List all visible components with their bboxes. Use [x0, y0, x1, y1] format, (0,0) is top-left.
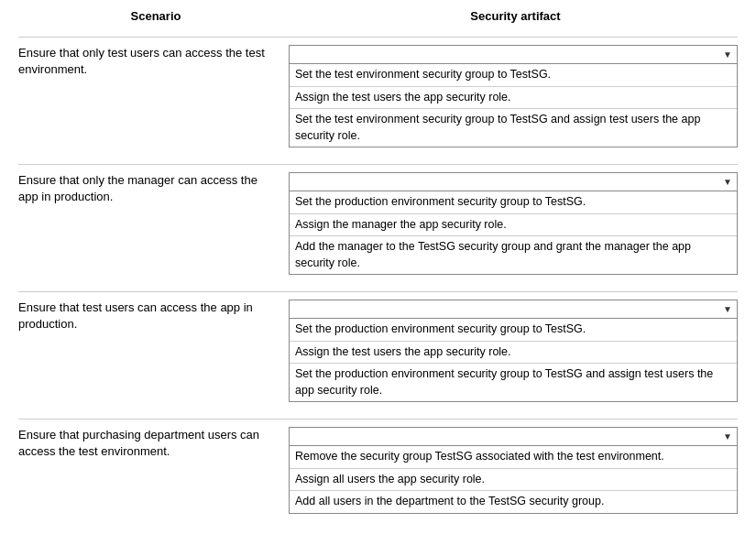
question-row: Ensure that only the manager can access … [18, 164, 738, 275]
option-item-0-0[interactable]: Set the test environment security group … [290, 64, 737, 87]
chevron-down-icon-3: ▼ [723, 431, 732, 442]
option-item-1-2[interactable]: Add the manager to the TestSG security g… [290, 236, 737, 274]
options-box-2: Set the production environment security … [289, 318, 738, 402]
chevron-down-icon-2: ▼ [723, 304, 732, 314]
question-row: Ensure that only test users can access t… [18, 37, 738, 147]
option-item-3-1[interactable]: Assign all users the app security role. [290, 469, 737, 492]
option-item-1-1[interactable]: Assign the manager the app security role… [290, 214, 737, 237]
scenario-text-2: Ensure that test users can access the ap… [18, 300, 289, 333]
question-row: Ensure that test users can access the ap… [18, 291, 738, 402]
dropdown-trigger-0[interactable]: ▼ [289, 45, 738, 63]
option-item-2-1[interactable]: Assign the test users the app security r… [290, 342, 737, 365]
column-header-scenario: Scenario [18, 9, 293, 27]
artifact-cell-1: ▼Set the production environment security… [289, 172, 738, 275]
option-item-0-2[interactable]: Set the test environment security group … [290, 109, 737, 147]
option-item-0-1[interactable]: Assign the test users the app security r… [290, 87, 737, 110]
scenario-text-0: Ensure that only test users can access t… [18, 45, 289, 78]
question-row: Ensure that purchasing department users … [18, 419, 738, 514]
option-item-3-0[interactable]: Remove the security group TestSG associa… [290, 446, 737, 469]
scenario-text-3: Ensure that purchasing department users … [18, 427, 289, 460]
option-item-2-0[interactable]: Set the production environment security … [290, 319, 737, 342]
option-item-2-2[interactable]: Set the production environment security … [290, 364, 737, 401]
option-item-1-0[interactable]: Set the production environment security … [290, 191, 737, 214]
artifact-cell-2: ▼Set the production environment security… [289, 300, 738, 402]
options-box-1: Set the production environment security … [289, 191, 738, 275]
artifact-cell-0: ▼Set the test environment security group… [289, 45, 738, 147]
dropdown-trigger-2[interactable]: ▼ [289, 300, 738, 318]
options-box-0: Set the test environment security group … [289, 63, 738, 147]
options-box-3: Remove the security group TestSG associa… [289, 445, 738, 514]
option-item-3-2[interactable]: Add all users in the department to the T… [290, 491, 737, 513]
scenario-text-1: Ensure that only the manager can access … [18, 172, 289, 205]
dropdown-trigger-1[interactable]: ▼ [289, 172, 738, 191]
dropdown-trigger-3[interactable]: ▼ [289, 427, 738, 445]
chevron-down-icon-1: ▼ [723, 177, 732, 187]
column-header-artifact: Security artifact [293, 9, 738, 27]
chevron-down-icon-0: ▼ [723, 49, 732, 60]
artifact-cell-3: ▼Remove the security group TestSG associ… [289, 427, 738, 514]
